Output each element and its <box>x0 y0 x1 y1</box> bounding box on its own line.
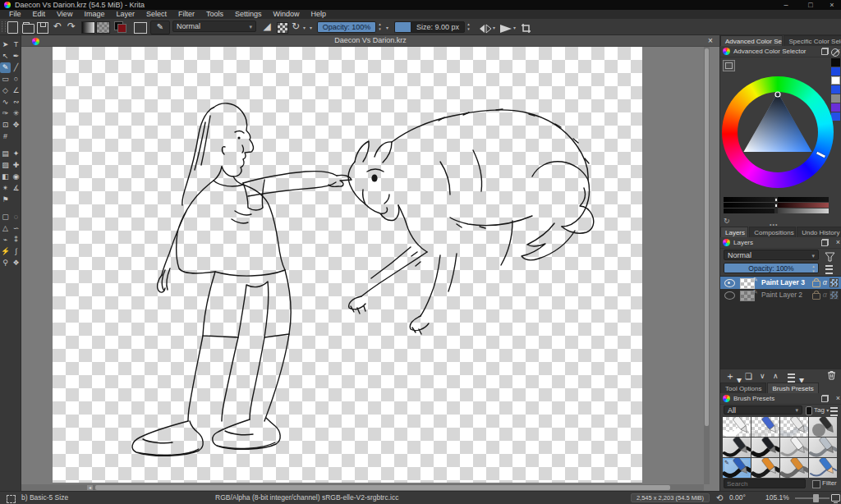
multibrush-tool-icon[interactable]: ✳ <box>11 108 21 119</box>
tab-brush-presets[interactable]: Brush Presets <box>767 383 818 393</box>
smart-patch-tool-icon[interactable]: ✚ <box>11 160 21 171</box>
brush-preset-ink-pen-white[interactable] <box>780 438 808 457</box>
measure-tool-icon[interactable]: ∡ <box>11 183 21 194</box>
edit-shapes-tool-icon[interactable]: ↖ <box>0 51 11 62</box>
duplicate-layer-button[interactable]: ❏ <box>745 370 752 383</box>
filter-in-tag-checkbox[interactable] <box>812 480 820 488</box>
zoom-slider[interactable] <box>795 497 830 499</box>
layer-lock-icon[interactable] <box>812 281 820 287</box>
tab-layers[interactable]: Layers <box>720 227 748 237</box>
tab-undo-history[interactable]: Undo History <box>797 227 841 237</box>
line-tool-icon[interactable]: ╱ <box>11 62 21 73</box>
reload-options-caret-icon[interactable]: ▾ <box>303 25 306 30</box>
brush-preset-bristles-wet[interactable] <box>780 458 808 478</box>
preserve-alpha-icon[interactable] <box>277 22 288 34</box>
refresh-shades-icon[interactable]: ↻ <box>724 218 730 225</box>
menu-edit[interactable]: Edit <box>27 10 52 19</box>
pattern-chooser-icon[interactable] <box>96 21 110 34</box>
menu-file[interactable]: File <box>3 10 27 19</box>
opacity-slider[interactable]: Opacity: 100% <box>317 21 376 33</box>
no-color-icon[interactable] <box>831 48 839 57</box>
move-tool-icon[interactable]: ✥ <box>11 120 21 131</box>
document-subwindow-titlebar[interactable]: Daecon Vs Darion.krz × <box>21 35 719 47</box>
move-layer-down-button[interactable]: ∨ <box>760 370 765 383</box>
brush-preset-eraser-circle[interactable] <box>780 417 808 437</box>
bezier-curve-tool-icon[interactable]: ∿ <box>0 97 11 108</box>
preset-filter-dropdown[interactable]: All▾ <box>724 405 802 415</box>
layer-opacity-slider[interactable]: Opacity: 100% <box>724 263 819 273</box>
horizontal-scrollbar[interactable]: ◄ <box>21 484 704 491</box>
calligraphy-tool-icon[interactable]: ✒ <box>11 51 21 62</box>
size-options-caret-icon[interactable]: ▾ <box>386 25 388 30</box>
blending-mode-dropdown[interactable]: Normal▾ <box>172 21 256 32</box>
vertical-scrollbar[interactable] <box>704 47 710 484</box>
size-spinner[interactable]: ▴▾ <box>465 21 472 31</box>
colorspace-label[interactable]: RGB/Alpha (8-bit integer/channel) sRGB-e… <box>215 492 398 504</box>
shade-strip[interactable] <box>724 208 774 213</box>
preset-chip-icon[interactable] <box>806 406 812 415</box>
menu-filter[interactable]: Filter <box>172 10 200 19</box>
color-history-swatch[interactable] <box>831 67 840 76</box>
shade-strip[interactable] <box>724 203 774 208</box>
zoom-value[interactable]: 105.1% <box>765 492 789 504</box>
layer-row-paint-layer-3[interactable]: ✎ Paint Layer 3 α <box>720 277 841 289</box>
tag-label[interactable]: Tag ▾ <box>814 405 829 415</box>
wrap-options-caret-icon[interactable]: ▾ <box>513 25 516 30</box>
float-docker-icon[interactable] <box>821 395 829 402</box>
gradient-chooser-icon[interactable] <box>81 21 95 34</box>
menu-settings[interactable]: Settings <box>229 10 268 19</box>
freehand-path-tool-icon[interactable]: ∾ <box>11 97 21 108</box>
rotation-value[interactable]: 0.00° <box>729 492 746 504</box>
polyline-tool-icon[interactable]: ∠ <box>11 85 21 96</box>
menu-view[interactable]: View <box>51 10 78 19</box>
brush-preset-ink-pen-30[interactable] <box>751 438 779 457</box>
delete-layer-button[interactable] <box>827 370 836 383</box>
transform-tool-icon[interactable]: ⊡ <box>0 120 11 131</box>
menu-select[interactable]: Select <box>140 10 172 19</box>
size-slider-fill[interactable] <box>394 21 411 33</box>
layer-blending-mode-dropdown[interactable]: Normal▾ <box>724 250 819 260</box>
opacity-spinner[interactable]: ▴▾ <box>376 21 384 31</box>
color-wheel[interactable] <box>722 76 834 188</box>
brush-preset-eraser-soft[interactable] <box>751 417 779 437</box>
brush-preset-pencil-blue[interactable] <box>809 458 837 478</box>
color-selector-settings-icon[interactable] <box>723 60 735 71</box>
shade-strip[interactable] <box>778 208 829 213</box>
ellipse-tool-icon[interactable]: ○ <box>11 74 21 85</box>
freehand-select-tool-icon[interactable]: ∽ <box>11 223 21 234</box>
menu-image[interactable]: Image <box>78 10 110 19</box>
save-icon[interactable] <box>37 21 48 34</box>
polygonal-select-tool-icon[interactable]: △ <box>0 223 11 234</box>
alpha-lock-icon[interactable]: α <box>823 278 827 287</box>
eraser-mode-icon[interactable]: ◢ <box>261 21 273 33</box>
select-shapes-tool-icon[interactable]: ➤ <box>0 39 11 50</box>
layer-row-paint-layer-2[interactable]: ✎ Paint Layer 2 α <box>720 289 841 301</box>
menu-layer[interactable]: Layer <box>110 10 140 19</box>
edit-brush-settings-button[interactable]: ✎ <box>150 21 170 34</box>
background-color[interactable] <box>117 24 126 33</box>
redo-icon[interactable]: ↷ <box>65 21 78 33</box>
toolbar-grip[interactable] <box>2 21 6 32</box>
contiguous-select-tool-icon[interactable]: ⚡ <box>0 246 11 257</box>
tab-advanced-color-selector[interactable]: Advanced Color Sele... <box>720 35 783 46</box>
tab-compositions[interactable]: Compositions <box>749 227 796 237</box>
visibility-eye-icon[interactable] <box>724 279 735 287</box>
preset-display-mode-icon[interactable] <box>830 407 838 416</box>
shade-strip[interactable] <box>778 203 829 208</box>
freehand-brush-tool-icon[interactable]: ✎ <box>0 62 11 73</box>
undo-icon[interactable]: ↶ <box>51 21 64 33</box>
gradient-tool-icon[interactable]: ▤ <box>0 149 11 159</box>
new-document-icon[interactable] <box>7 21 18 34</box>
float-docker-icon[interactable] <box>821 48 829 55</box>
tab-specific-color-selector[interactable]: Specific Color Sele... <box>784 35 841 46</box>
brush-preset-airbrush-soft[interactable] <box>809 417 837 437</box>
zoom-tool-icon[interactable]: ⚲ <box>0 258 11 268</box>
brush-preset-eraser-small[interactable] <box>723 417 751 437</box>
layer-name[interactable]: Paint Layer 2 <box>761 289 802 301</box>
enclose-fill-tool-icon[interactable]: ◉ <box>11 172 21 182</box>
search-input[interactable] <box>724 479 806 488</box>
size-slider[interactable]: Size: 9.00 px <box>411 21 465 33</box>
layer-opacity-spinner[interactable]: ▴▾ <box>810 263 817 273</box>
maximize-button[interactable]: □ <box>802 0 820 10</box>
color-history-swatch[interactable] <box>831 58 840 66</box>
